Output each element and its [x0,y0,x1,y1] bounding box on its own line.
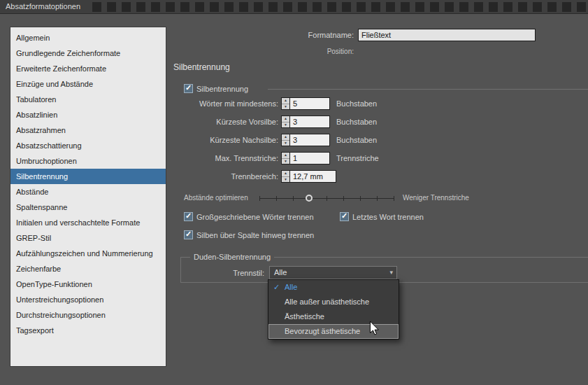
sidebar-item-initialen-und-verschachtelte-formate[interactable]: Initialen und verschachtelte Formate [10,215,166,230]
sidebar-item-tagsexport[interactable]: Tagsexport [10,323,166,338]
shortest-prefix-stepper: ▲ ▼ 3 [281,115,330,128]
shortest-prefix-label: Kürzeste Vorsilbe: [168,115,278,128]
stepper-down-icon[interactable]: ▼ [282,158,289,164]
format-name-input[interactable] [358,29,536,41]
duden-group-label: Duden-Silbentrennung [190,253,274,261]
hyphenation-style-label: Trennstil: [180,267,264,279]
stepper-down-icon[interactable]: ▼ [282,104,289,110]
words-min-stepper: ▲ ▼ 5 [281,97,330,110]
row-max-hyphens: Max. Trennstriche: ▲ ▼ 1 Trennstriche [0,152,588,164]
row-shortest-suffix: Kürzeste Nachsilbe: ▲ ▼ 3 Buchstaben [0,134,588,146]
last-word-checkbox[interactable]: ✓ [340,212,349,221]
hyphenation-zone-stepper: ▲ ▼ 12,7 mm [281,170,336,183]
slider-tick [259,196,260,201]
words-min-label: Wörter mit mindestens: [168,97,278,110]
menu-item-label: Alle außer unästhetische [285,298,369,306]
sidebar-item-abstaende[interactable]: Abstände [10,184,166,200]
hyphenation-enable-checkbox[interactable]: ✓ [184,84,193,93]
shortest-prefix-value[interactable]: 3 [290,115,330,128]
dialog-title: Absatzformatoptionen [6,2,80,10]
shortest-suffix-value[interactable]: 3 [290,134,330,146]
stepper-down-icon[interactable]: ▼ [282,176,289,183]
menu-item-alle[interactable]: ✓ Alle [268,280,399,295]
stepper-up-icon[interactable]: ▲ [282,116,289,122]
across-column-checkbox[interactable]: ✓ [184,230,193,239]
max-hyphens-value[interactable]: 1 [290,152,330,164]
titlebar-pattern [92,2,588,12]
hyphenation-group-border [268,89,588,90]
capitalized-words-checkbox[interactable]: ✓ [184,212,193,221]
slider-thumb[interactable] [306,195,313,202]
check-icon: ✓ [185,83,192,92]
sidebar-item-einzuege-und-abstaende[interactable]: Einzüge und Abstände [10,76,166,92]
stepper-buttons[interactable]: ▲ ▼ [281,170,290,183]
slider-tick [343,196,344,201]
slider-tick [276,196,277,201]
stepper-down-icon[interactable]: ▼ [282,122,289,128]
hyphenation-zone-value[interactable]: 12,7 mm [290,170,336,183]
stepper-buttons[interactable]: ▲ ▼ [281,134,290,146]
stepper-up-icon[interactable]: ▲ [282,153,289,158]
sidebar-item-zeichenfarbe[interactable]: Zeichenfarbe [10,261,166,276]
hyphenation-style-dropdown[interactable]: Alle ▾ [269,266,397,279]
sidebar-item-allgemein[interactable]: Allgemein [10,30,166,46]
sidebar-item-unterstreichungsoptionen[interactable]: Unterstreichungsoptionen [10,292,166,307]
row-hyphenation-zone: Trennbereich: ▲ ▼ 12,7 mm [0,170,588,183]
check-icon: ✓ [185,230,192,239]
sidebar-item-grep-stil[interactable]: GREP-Stil [10,230,166,246]
across-column-label: Silben über Spalte hinweg trennen [196,231,314,240]
shortest-suffix-stepper: ▲ ▼ 3 [281,134,330,146]
sidebar-item-erweiterte-zeichenformate[interactable]: Erweiterte Zeichenformate [10,61,166,76]
words-min-value[interactable]: 5 [290,97,330,110]
sidebar-item-opentype-funktionen[interactable]: OpenType-Funktionen [10,276,166,292]
hyphenation-enable-label: Silbentrennung [196,85,248,94]
slider-tick [394,196,394,201]
menu-item-label: Alle [285,283,297,291]
shortest-prefix-suffix: Buchstaben [336,115,377,128]
sidebar-item-spaltenspanne[interactable]: Spaltenspanne [10,200,166,215]
paragraph-style-options-dialog: Absatzformatoptionen Allgemein Grundlege… [0,0,588,385]
capitalized-words-label: Großgeschriebene Wörter trennen [196,213,314,222]
stepper-buttons[interactable]: ▲ ▼ [281,97,290,110]
check-icon: ✓ [185,211,192,220]
format-name-label: Formatname: [210,31,354,39]
row-shortest-prefix: Kürzeste Vorsilbe: ▲ ▼ 3 Buchstaben [0,115,588,128]
check-icon: ✓ [341,211,347,220]
check-icon: ✓ [273,280,280,295]
last-word-label: Letztes Wort trennen [352,213,424,222]
stepper-up-icon[interactable]: ▲ [282,98,289,104]
stepper-up-icon[interactable]: ▲ [282,171,289,176]
sidebar-item-grundlegende-zeichenformate[interactable]: Grundlegende Zeichenformate [10,46,166,61]
shortest-suffix-label: Kürzeste Nachsilbe: [168,134,278,146]
position-label: Position: [210,48,354,55]
dialog-titlebar: Absatzformatoptionen [0,0,588,14]
menu-item-label: Ästhetische [285,312,324,321]
shortest-suffix-suffix: Buchstaben [336,134,377,146]
max-hyphens-suffix: Trennstriche [336,152,379,164]
slider-left-label: Abstände optimieren [184,194,248,202]
sidebar-item-aufzaehlungszeichen-und-nummerierung[interactable]: Aufzählungszeichen und Nummerierung [10,246,166,261]
chevron-down-icon: ▾ [389,267,393,279]
slider-right-label: Weniger Trennstriche [403,194,469,202]
slider-tick [377,196,378,201]
menu-item-alle-ausser-unaesthetische[interactable]: Alle außer unästhetische [268,295,399,309]
stepper-down-icon[interactable]: ▼ [282,140,289,146]
max-hyphens-stepper: ▲ ▼ 1 [281,152,330,164]
stepper-buttons[interactable]: ▲ ▼ [281,152,290,164]
menu-item-label: Bevorzugt ästhetische [285,327,360,335]
dropdown-value: Alle [274,268,287,276]
category-list: Allgemein Grundlegende Zeichenformate Er… [10,27,166,367]
mouse-cursor-icon [369,321,380,337]
stepper-buttons[interactable]: ▲ ▼ [281,115,290,128]
slider-tick [293,196,294,201]
row-words-min: Wörter mit mindestens: ▲ ▼ 5 Buchstaben [0,97,588,110]
max-hyphens-label: Max. Trennstriche: [168,152,278,164]
slider-tick [327,196,327,201]
hyphenation-zone-label: Trennbereich: [168,170,278,183]
hyphenation-slider[interactable] [259,198,394,199]
stepper-up-icon[interactable]: ▲ [282,134,289,140]
panel-title: Silbentrennung [173,62,230,72]
slider-tick [360,196,361,201]
sidebar-item-durchstreichungsoptionen[interactable]: Durchstreichungsoptionen [10,307,166,323]
words-min-suffix: Buchstaben [336,97,377,110]
